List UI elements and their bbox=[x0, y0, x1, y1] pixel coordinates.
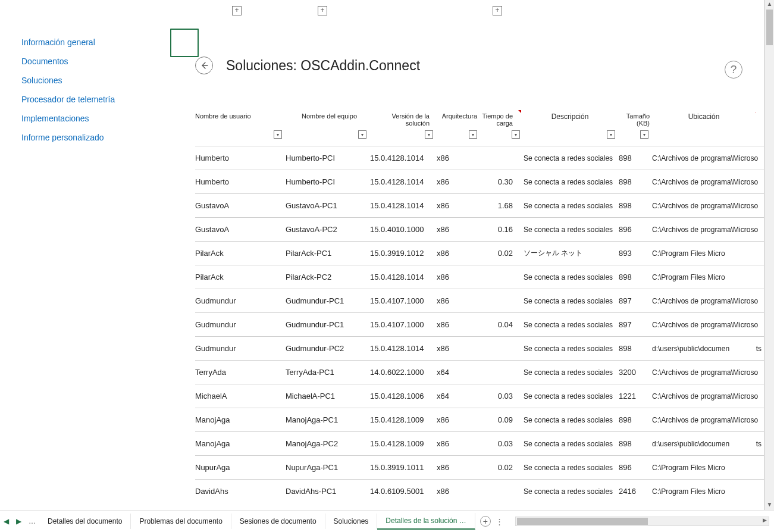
cell-user: Humberto bbox=[195, 177, 286, 186]
help-button[interactable]: ? bbox=[725, 61, 742, 79]
filter-size[interactable]: ▾ bbox=[640, 130, 648, 139]
arrow-left-icon bbox=[199, 61, 209, 70]
table-row[interactable]: GudmundurGudmundur-PC115.0.4107.1000x860… bbox=[195, 312, 764, 336]
cell-load: 0.04 bbox=[481, 320, 524, 329]
cell-load: 0.03 bbox=[481, 439, 524, 448]
page-title: Soluciones: OSCAddin.Connect bbox=[226, 58, 420, 74]
table-row[interactable]: GudmundurGudmundur-PC215.0.4128.1014x86S… bbox=[195, 336, 764, 360]
cell-size: 898 bbox=[619, 415, 652, 424]
cell-location: C:\Archivos de programa\Microsoft bbox=[652, 154, 758, 162]
table-row[interactable]: GustavoAGustavoA-PC115.0.4128.1014x861.6… bbox=[195, 193, 764, 217]
cell-user: DavidAhs bbox=[195, 487, 286, 496]
cell-desc: Se conecta a redes sociales bbox=[524, 416, 619, 424]
filter-desc[interactable]: ▾ bbox=[607, 130, 615, 139]
tab-document-sessions[interactable]: Sesiones de documento bbox=[231, 514, 325, 529]
sidebar: Información general Documentos Solucione… bbox=[0, 0, 169, 510]
table-row[interactable]: GudmundurGudmundur-PC115.0.4107.1000x86S… bbox=[195, 289, 764, 312]
cell-version: 15.0.4128.1009 bbox=[370, 415, 437, 424]
table-row[interactable]: ManojAgaManojAga-PC115.0.4128.1009x860.0… bbox=[195, 408, 764, 431]
tab-nav-next[interactable]: ▶ bbox=[12, 517, 25, 525]
table-row[interactable]: PilarAckPilarAck-PC115.0.3919.1012x860.0… bbox=[195, 241, 764, 265]
scroll-down-icon[interactable]: ▼ bbox=[765, 500, 774, 510]
cell-load: 1.68 bbox=[481, 201, 524, 210]
header-load: Tiempo de carga▾ bbox=[481, 112, 524, 127]
table-row[interactable]: NupurAgaNupurAga-PC115.0.3919.1011x860.0… bbox=[195, 455, 764, 479]
cell-desc: Se conecta a redes sociales bbox=[524, 464, 619, 472]
cell-arch: x86 bbox=[437, 225, 481, 234]
tab-drag-handle-icon[interactable]: ⋮ bbox=[496, 517, 503, 526]
tab-solutions[interactable]: Soluciones bbox=[325, 514, 378, 529]
table-row[interactable]: HumbertoHumberto-PCI15.0.4128.1014x860.3… bbox=[195, 170, 764, 193]
cell-version: 14.0.6022.1000 bbox=[370, 368, 437, 377]
scroll-up-icon[interactable]: ▲ bbox=[765, 0, 774, 10]
cell-version: 15.0.3919.1012 bbox=[370, 249, 437, 258]
header-version: Versión de la solución▾ bbox=[370, 112, 437, 127]
cell-arch: x86 bbox=[437, 249, 481, 258]
cell-version: 15.0.3919.1011 bbox=[370, 463, 437, 472]
cell-load: 0.02 bbox=[481, 249, 524, 258]
sidebar-item-documents[interactable]: Documentos bbox=[0, 52, 169, 71]
tab-nav-prev[interactable]: ◀ bbox=[0, 517, 12, 525]
add-sheet-button[interactable]: + bbox=[480, 516, 491, 527]
cell-size: 896 bbox=[619, 225, 652, 234]
filter-arch[interactable]: ▾ bbox=[469, 130, 477, 139]
sidebar-item-solutions[interactable]: Soluciones bbox=[0, 71, 169, 90]
sidebar-item-custom-report[interactable]: Informe personalizado bbox=[0, 128, 169, 147]
sidebar-item-overview[interactable]: Información general bbox=[0, 33, 169, 52]
comment-indicator-icon bbox=[753, 112, 756, 113]
filter-computer[interactable]: ▾ bbox=[358, 130, 366, 139]
cell-desc: ソーシャル ネット bbox=[524, 248, 619, 258]
table-row[interactable]: TerryAdaTerryAda-PC114.0.6022.1000x64Se … bbox=[195, 360, 764, 384]
back-button[interactable] bbox=[195, 57, 213, 74]
cell-size: 896 bbox=[619, 463, 652, 472]
cell-computer: Humberto-PCI bbox=[286, 154, 370, 162]
tab-solution-details[interactable]: Detalles de la solución … bbox=[377, 513, 475, 530]
tab-document-problems[interactable]: Problemas del documento bbox=[131, 514, 231, 529]
table-row[interactable]: ManojAgaManojAga-PC215.0.4128.1009x860.0… bbox=[195, 431, 764, 455]
cell-user: Gudmundur bbox=[195, 320, 286, 329]
cell-location-overflow: ts bbox=[756, 440, 762, 448]
filter-user[interactable]: ▾ bbox=[274, 130, 282, 139]
horizontal-scrollbar[interactable]: ◀ ▶ bbox=[515, 517, 769, 526]
cell-location-overflow: ts bbox=[756, 345, 762, 353]
cell-desc: Se conecta a redes sociales bbox=[524, 297, 619, 305]
table-row[interactable]: DavidAhsDavidAhs-PC114.0.6109.5001x86Se … bbox=[195, 479, 764, 503]
sheet-tab-bar: ◀ ▶ … Detalles del documento Problemas d… bbox=[0, 510, 774, 532]
cell-location: C:\Archivos de programa\Microsoft bbox=[652, 297, 758, 305]
table-row[interactable]: HumbertoHumberto-PCI15.0.4128.1014x86Se … bbox=[195, 146, 764, 170]
cell-location: C:\Program Files Micro bbox=[652, 487, 758, 496]
cell-size: 898 bbox=[619, 154, 652, 162]
table-row[interactable]: GustavoAGustavoA-PC215.0.4010.1000x860.1… bbox=[195, 217, 764, 241]
table-row[interactable]: MichaelAMichaelA-PC115.0.4128.1006x640.0… bbox=[195, 384, 764, 408]
cell-version: 15.0.4107.1000 bbox=[370, 296, 437, 305]
cell-computer: Gudmundur-PC1 bbox=[286, 296, 370, 305]
scroll-thumb[interactable] bbox=[766, 10, 773, 45]
cell-computer: ManojAga-PC2 bbox=[286, 439, 370, 448]
cell-location: C:\Archivos de programa\Microsoft bbox=[652, 392, 758, 400]
cell-location: d:\users\public\documen bbox=[652, 345, 758, 353]
cell-desc: Se conecta a redes sociales bbox=[524, 273, 619, 281]
sidebar-item-deployments[interactable]: Implementaciones bbox=[0, 109, 169, 128]
filter-version[interactable]: ▾ bbox=[425, 130, 433, 139]
title-row: Soluciones: OSCAddin.Connect bbox=[195, 57, 764, 74]
app-frame: Información general Documentos Solucione… bbox=[0, 0, 764, 510]
cell-user: NupurAga bbox=[195, 463, 286, 472]
filter-load[interactable]: ▾ bbox=[512, 130, 520, 139]
tab-document-details[interactable]: Detalles del documento bbox=[39, 514, 131, 529]
tab-nav-more[interactable]: … bbox=[25, 517, 39, 525]
cell-computer: ManojAga-PC1 bbox=[286, 415, 370, 424]
table-row[interactable]: PilarAckPilarAck-PC215.0.4128.1014x86Se … bbox=[195, 265, 764, 289]
cell-arch: x64 bbox=[437, 368, 481, 377]
cell-version: 15.0.4128.1009 bbox=[370, 439, 437, 448]
cell-location: C:\Archivos de programa\Microsoft bbox=[652, 202, 758, 210]
cell-desc: Se conecta a redes sociales bbox=[524, 487, 619, 496]
hscroll-thumb[interactable] bbox=[517, 518, 648, 525]
sidebar-item-telemetry[interactable]: Procesador de telemetría bbox=[0, 90, 169, 109]
cell-desc: Se conecta a redes sociales bbox=[524, 178, 619, 186]
cell-size: 898 bbox=[619, 439, 652, 448]
cell-user: TerryAda bbox=[195, 368, 286, 377]
cell-location: C:\Archivos de programa\Microsoft bbox=[652, 368, 758, 377]
vertical-scrollbar[interactable]: ▲ ▼ bbox=[764, 0, 774, 510]
hscroll-right-icon[interactable]: ▶ bbox=[760, 517, 769, 525]
cell-load: 0.16 bbox=[481, 225, 524, 234]
